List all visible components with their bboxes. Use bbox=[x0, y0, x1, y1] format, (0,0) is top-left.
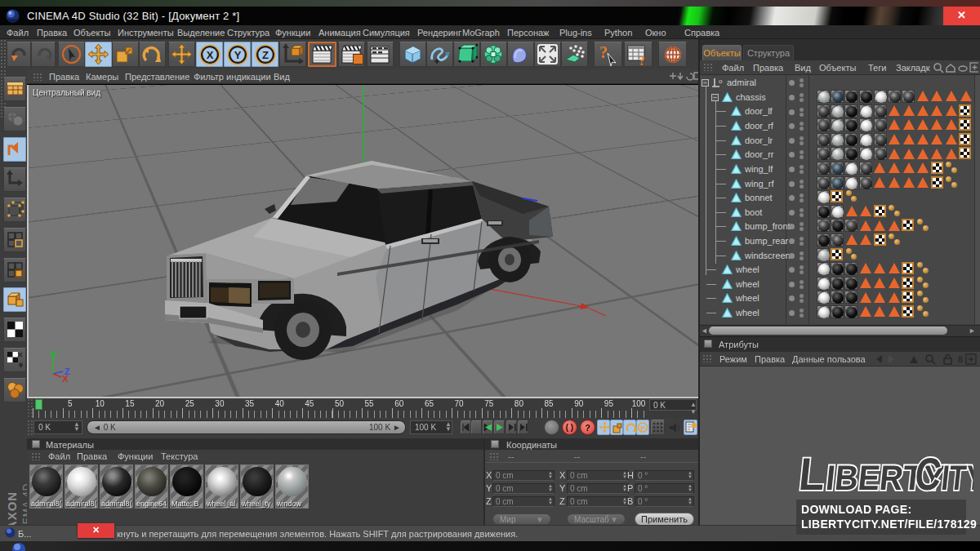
svg-text:Z: Z bbox=[262, 49, 269, 61]
svg-text:?: ? bbox=[639, 54, 645, 65]
svg-text:Y: Y bbox=[234, 49, 242, 61]
svg-text:X: X bbox=[207, 49, 214, 61]
svg-text:?: ? bbox=[599, 43, 608, 61]
svg-text:L: L bbox=[797, 448, 828, 498]
svg-text:P: P bbox=[640, 424, 645, 432]
svg-text:Y: Y bbox=[51, 352, 57, 362]
svg-text:X: X bbox=[62, 374, 69, 384]
svg-text:C: C bbox=[912, 448, 943, 498]
svg-text:o: o bbox=[719, 78, 723, 85]
svg-text:8: 8 bbox=[958, 354, 963, 364]
svg-text:ITY: ITY bbox=[940, 458, 973, 497]
